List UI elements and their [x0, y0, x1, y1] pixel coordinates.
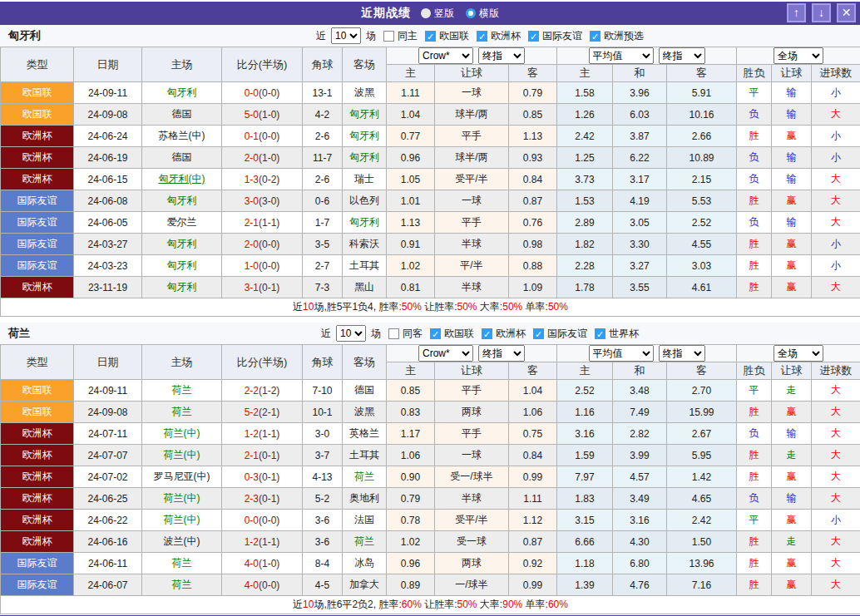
move-up-button[interactable]: ↑: [787, 3, 806, 22]
handicap-line: 两球: [435, 553, 509, 574]
final-odds-select[interactable]: 终指: [659, 47, 705, 64]
match-count-select[interactable]: 10: [336, 325, 366, 342]
league-checkbox[interactable]: ✓: [425, 31, 436, 42]
result-handicap: 输: [772, 104, 812, 126]
home-team: 匈牙利: [142, 190, 222, 212]
radio-unselected-icon: [421, 8, 431, 18]
summary-segment: 近: [293, 599, 303, 610]
corner-count: 8-4: [303, 553, 343, 574]
match-date: 24-06-07: [74, 574, 142, 596]
league-type-badge: 国际友谊: [1, 574, 74, 596]
avg-odds-draw: 4.76: [613, 574, 667, 596]
sub-column-header: 进球数: [812, 65, 860, 82]
league-checkbox[interactable]: ✓: [482, 328, 492, 339]
move-down-button[interactable]: ↓: [812, 3, 831, 22]
avg-odds-away: 2.67: [667, 423, 737, 445]
match-score: 1-0(0-0): [222, 255, 303, 277]
league-checkbox[interactable]: ✓: [477, 31, 487, 42]
league-checkbox[interactable]: ✓: [528, 31, 539, 42]
summary-segment: 场,胜6平2负2, 胜率:: [314, 599, 401, 610]
avg-odds-draw: 3.49: [613, 488, 667, 510]
column-header: 主场: [142, 345, 222, 380]
match-score: 4-0(1-0): [222, 553, 303, 574]
handicap-odds-away: 1.13: [509, 126, 557, 147]
final-odds-select[interactable]: 终指: [659, 345, 705, 362]
league-label: 国际友谊: [542, 29, 582, 43]
average-select[interactable]: 平均值: [589, 345, 654, 362]
result-goals: 小: [812, 510, 860, 531]
result-handicap: 赢: [772, 466, 812, 488]
handicap-odds-away: 0.92: [509, 553, 557, 574]
away-team: 波黑: [343, 82, 387, 104]
avg-odds-draw: 3.96: [613, 82, 667, 104]
table-row: 国际友谊24-06-05爱尔兰2-1(1-1)1-7匈牙利1.13平手0.762…: [1, 212, 860, 234]
league-type-badge: 欧国联: [1, 82, 74, 104]
avg-odds-away: 7.16: [667, 574, 737, 596]
league-type-badge: 欧国联: [1, 402, 74, 423]
league-checkbox[interactable]: ✓: [595, 328, 605, 339]
handicap-odds-home: 1.06: [387, 445, 435, 466]
summary-segment: 50%: [402, 301, 422, 313]
match-date: 24-09-11: [74, 380, 142, 402]
handicap-line: 一球: [435, 190, 509, 212]
avg-odds-away: 4.61: [667, 277, 737, 298]
handicap-odds-away: 1.12: [509, 510, 557, 531]
avg-odds-draw: 3.16: [613, 510, 667, 531]
sub-column-header: 进球数: [812, 362, 860, 380]
odds-source-select[interactable]: Crow*: [418, 47, 473, 64]
match-date: 24-07-02: [74, 466, 142, 488]
avg-odds-away: 15.99: [667, 402, 737, 423]
result-handicap: 赢: [772, 234, 812, 255]
avg-odds-draw: 3.87: [613, 126, 667, 147]
fulltime-select[interactable]: 全场: [774, 47, 823, 64]
avg-odds-draw: 6.03: [613, 104, 667, 126]
match-date: 24-06-16: [74, 531, 142, 553]
league-checkbox[interactable]: ✓: [533, 328, 544, 339]
odds-source-select[interactable]: Crow*: [418, 345, 473, 362]
result-goals: 大: [812, 574, 860, 596]
handicap-odds-away: 1.09: [509, 277, 557, 298]
sub-column-header: 客: [509, 65, 557, 82]
final-odds-select[interactable]: 终指: [478, 47, 525, 64]
summary-row: 近10场,胜6平2负2, 胜率:60% 让胜率:50% 大率:90% 单率:60…: [1, 596, 860, 614]
average-select[interactable]: 平均值: [589, 47, 654, 64]
final-odds-select[interactable]: 终指: [478, 345, 525, 362]
result-winlose: 负: [737, 104, 772, 126]
summary-segment: 让胜率:: [422, 599, 457, 610]
result-winlose: 胜: [737, 126, 772, 147]
avg-odds-home: 1.59: [557, 445, 613, 466]
match-score: 3-1(0-1): [222, 277, 303, 298]
match-count-select[interactable]: 10: [331, 27, 361, 44]
same-venue-checkbox[interactable]: [383, 31, 394, 42]
result-handicap: 赢: [772, 402, 812, 423]
home-team[interactable]: 匈牙利(中): [142, 169, 222, 190]
avg-odds-home: 1.16: [557, 402, 613, 423]
result-handicap: 赢: [772, 510, 812, 531]
result-goals: 大: [812, 488, 860, 510]
match-date: 23-11-19: [74, 277, 142, 298]
match-score: 1-2(1-1): [222, 423, 303, 445]
handicap-odds-home: 0.91: [387, 234, 435, 255]
league-type-badge: 欧洲杯: [1, 488, 74, 510]
corner-count: 2-6: [303, 169, 343, 190]
close-button[interactable]: ✕: [837, 3, 856, 22]
league-checkbox[interactable]: ✓: [430, 328, 441, 339]
league-type-badge: 欧洲杯: [1, 147, 74, 169]
same-venue-checkbox[interactable]: [388, 328, 399, 339]
league-checkbox[interactable]: ✓: [590, 31, 601, 42]
avg-odds-home: 1.39: [557, 574, 613, 596]
handicap-odds-away: 1.11: [509, 488, 557, 510]
home-team: 匈牙利: [142, 234, 222, 255]
avg-odds-away: 10.16: [667, 104, 737, 126]
sub-column-header: 让球: [435, 362, 509, 380]
summary-segment: 50%: [548, 301, 568, 313]
match-date: 24-06-25: [74, 488, 142, 510]
handicap-odds-away: 1.04: [509, 380, 557, 402]
table-row: 欧国联24-09-08德国5-0(1-0)4-2匈牙利1.04球半/两0.851…: [1, 104, 860, 126]
fulltime-select[interactable]: 全场: [774, 345, 823, 362]
radio-horizontal-layout[interactable]: 横版: [466, 7, 499, 21]
radio-vertical-layout[interactable]: 竖版: [421, 7, 454, 21]
summary-segment: 10: [303, 301, 314, 313]
league-type-badge: 国际友谊: [1, 234, 74, 255]
summary-segment: 大率:: [477, 301, 503, 313]
